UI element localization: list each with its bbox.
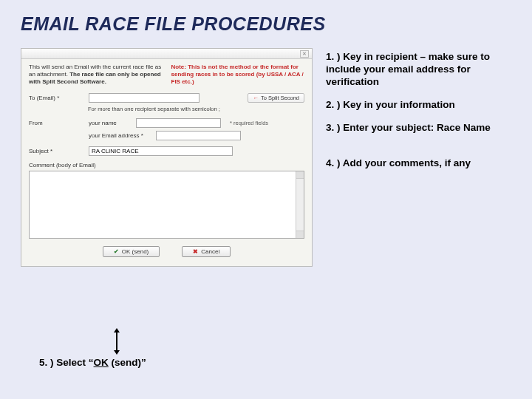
scrollbar[interactable] <box>296 171 304 238</box>
to-input[interactable] <box>89 93 200 103</box>
ok-send-button[interactable]: ✔ OK (send) <box>103 246 160 257</box>
info-warning: Note: This is not the method or the form… <box>171 64 305 86</box>
arrow-left-icon: ← <box>253 95 259 101</box>
your-name-input[interactable] <box>136 118 221 128</box>
step-3: 3. ) Enter your subject: Race Name <box>326 122 511 134</box>
your-email-input[interactable] <box>156 131 241 140</box>
your-email-label: your Email address * <box>89 132 151 139</box>
to-hint: For more than one recipient separate wit… <box>88 106 304 112</box>
step-5: 5. ) Select “OK (send)” <box>39 357 146 368</box>
subject-label: Subject * <box>29 148 84 154</box>
to-split-second-button[interactable]: ← To Split Second <box>248 93 304 103</box>
subject-input[interactable] <box>89 146 233 156</box>
close-icon[interactable]: ✕ <box>300 50 309 58</box>
step-2: 2. ) Key in your information <box>326 99 511 112</box>
from-label: From <box>29 120 84 126</box>
comment-label: Comment (body of Email) <box>29 162 304 168</box>
email-dialog: ✕ This will send an Email with the curre… <box>21 48 313 267</box>
dialog-titlebar: ✕ <box>21 49 312 59</box>
cancel-button[interactable]: ✖ Cancel <box>182 246 231 257</box>
check-icon: ✔ <box>114 248 119 255</box>
step-1: 1. ) Key in recipient – make sure to inc… <box>326 51 511 89</box>
x-icon: ✖ <box>193 248 198 255</box>
instruction-list: 1. ) Key in recipient – make sure to inc… <box>326 48 511 180</box>
required-hint: * required fields <box>230 120 268 126</box>
comment-textarea[interactable] <box>29 171 304 239</box>
to-label: To (Email) * <box>29 95 84 101</box>
page-title: EMAIL RACE FILE PROCEDURES <box>21 13 511 35</box>
your-name-label: your name <box>89 120 132 126</box>
arrow-down-icon <box>116 331 117 352</box>
step-4: 4. ) Add your comments, if any <box>326 157 511 170</box>
info-left: This will send an Email with the current… <box>29 64 163 86</box>
